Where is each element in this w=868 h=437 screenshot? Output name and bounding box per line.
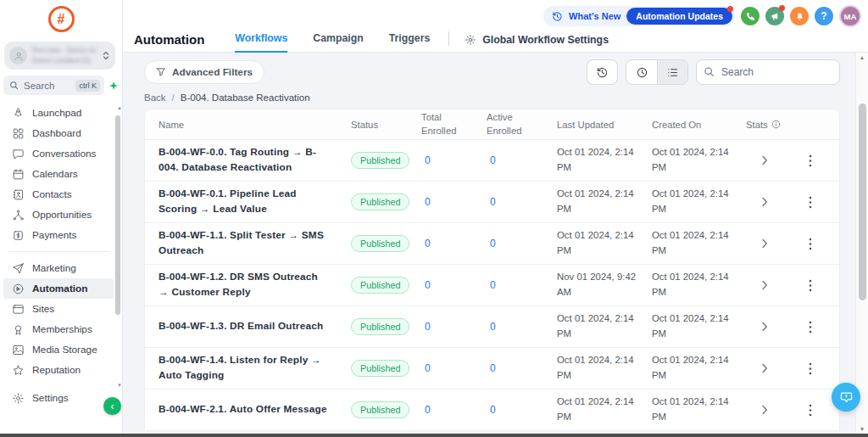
sidebar-item-launchpad[interactable]: Launchpad (0, 103, 117, 123)
stats-chevron-icon[interactable] (746, 322, 783, 332)
recent-view-button[interactable] (626, 60, 657, 84)
list-view-button[interactable] (657, 60, 687, 84)
scroll-down-icon[interactable]: ▼ (117, 383, 122, 388)
total-enrolled-link[interactable]: 0 (421, 321, 487, 333)
automation-updates-button[interactable]: Automation Updates (626, 8, 732, 25)
tab-triggers[interactable]: Triggers (389, 26, 431, 53)
page-scroll-thumb[interactable] (859, 104, 866, 300)
scroll-down-icon[interactable]: ▼ (856, 426, 868, 432)
active-enrolled-link[interactable]: 0 (487, 321, 557, 333)
sidebar-item-automation[interactable]: Automation (3, 278, 114, 299)
table-row[interactable]: B-004-WF-1.1. Split Tester → SMS Outreac… (145, 223, 839, 265)
last-updated-value: Nov 01 2024, 9:42 AM (557, 270, 652, 300)
sidebar-scroll-thumb[interactable] (115, 115, 120, 315)
row-menu-kebab-icon[interactable] (783, 362, 839, 375)
sidebar-item-label: Calendars (32, 168, 78, 180)
stats-chevron-icon[interactable] (746, 155, 783, 165)
row-menu-kebab-icon[interactable] (783, 404, 839, 417)
sidebar-item-dashboard[interactable]: Dashboard (0, 123, 117, 143)
row-menu-kebab-icon[interactable] (783, 238, 839, 250)
table-row[interactable]: B-004-WF-1.3. DR Email Outreach Publishe… (145, 306, 839, 348)
column-header-active-enrolled: Active Enrolled (487, 111, 532, 137)
stats-chevron-icon[interactable] (746, 280, 783, 290)
stats-chevron-icon[interactable] (746, 238, 783, 249)
stats-chevron-icon[interactable] (746, 197, 783, 207)
row-menu-kebab-icon[interactable] (783, 196, 839, 209)
megaphone-icon[interactable] (765, 7, 784, 25)
stats-chevron-icon[interactable] (746, 405, 783, 415)
stats-chevron-icon[interactable] (746, 363, 783, 373)
active-enrolled-link[interactable]: 0 (487, 238, 557, 249)
table-row[interactable]: B-004-WF-2.1. Auto Offer Message Publish… (145, 389, 839, 431)
sidebar-item-reputation[interactable]: Reputation (0, 360, 117, 380)
image-icon (12, 344, 25, 356)
table-row[interactable]: B-004-WF-0.1. Pipeline Lead Scoring → Le… (145, 182, 839, 223)
sidebar-scrollbar[interactable]: ▲ ▼ (115, 107, 121, 384)
sidebar-item-opportunities[interactable]: Opportunities (0, 204, 117, 225)
phone-icon[interactable] (741, 7, 760, 25)
sidebar-item-label: Sites (32, 303, 54, 315)
table-row[interactable]: B-004-WF-1.4. Listen for Reply → Auto Ta… (145, 348, 839, 389)
page-scrollbar[interactable]: ▲ ▼ (855, 53, 868, 434)
bell-icon[interactable] (790, 7, 809, 25)
advanced-filters-button[interactable]: Advanced Filters (144, 60, 264, 84)
header-actions-row: What's New Automation Updates ? (123, 0, 868, 26)
table-row[interactable]: B-004-WF-0.0. Tag Routing → B-004. Datab… (145, 140, 839, 182)
tab-workflows[interactable]: Workflows (235, 26, 287, 53)
account-switcher[interactable]: Pet Care - Demo Ac Demo Location 01 (4, 42, 115, 70)
last-updated-value: Oct 01 2024, 2:14 PM (557, 311, 652, 341)
status-badge: Published (351, 360, 409, 377)
sidebar-item-marketing[interactable]: Marketing (0, 258, 117, 278)
row-menu-kebab-icon[interactable] (783, 279, 839, 292)
sidebar-item-calendars[interactable]: Calendars (0, 164, 117, 184)
status-badge: Published (351, 318, 409, 335)
workflow-name: B-004-WF-1.2. DR SMS Outreach → Customer… (145, 270, 351, 300)
sidebar-item-settings[interactable]: Settings (0, 388, 117, 408)
sidebar-search-label: Search (24, 81, 75, 91)
breadcrumb-current: B-004. Database Reactivation (181, 92, 310, 103)
table-row[interactable]: B-004-WF-1.2. DR SMS Outreach → Customer… (145, 265, 839, 306)
last-updated-value: Oct 01 2024, 2:14 PM (557, 228, 652, 258)
history-button[interactable] (587, 59, 618, 85)
scroll-up-icon[interactable]: ▲ (117, 105, 122, 110)
support-chat-button[interactable] (832, 383, 860, 412)
created-on-value: Oct 01 2024, 2:14 PM (652, 395, 746, 424)
sidebar-item-sites[interactable]: Sites (0, 299, 117, 319)
sidebar-search-input[interactable]: Search ctrl K (3, 76, 104, 95)
tab-campaign[interactable]: Campaign (313, 26, 363, 53)
active-enrolled-link[interactable]: 0 (487, 196, 557, 208)
total-enrolled-link[interactable]: 0 (421, 362, 487, 374)
total-enrolled-link[interactable]: 0 (421, 279, 487, 291)
help-icon[interactable]: ? (815, 7, 833, 25)
sidebar-item-memberships[interactable]: Memberships (0, 319, 117, 339)
sidebar-collapse-button[interactable]: ‹ (103, 397, 121, 415)
total-enrolled-link[interactable]: 0 (421, 238, 487, 249)
search-input[interactable] (696, 59, 840, 85)
total-enrolled-link[interactable]: 0 (421, 154, 487, 166)
view-toggle (626, 59, 688, 85)
tabs-divider (448, 31, 449, 46)
active-enrolled-link[interactable]: 0 (487, 404, 557, 416)
whats-new-button[interactable]: What's New Automation Updates (543, 6, 735, 26)
tabs: Workflows Campaign Triggers (235, 26, 430, 53)
dashboard-grid-icon (12, 127, 25, 140)
sidebar-item-conversations[interactable]: Conversations (0, 143, 117, 164)
last-updated-value: Oct 01 2024, 2:14 PM (557, 145, 652, 175)
sidebar-item-payments[interactable]: Payments (0, 225, 117, 245)
total-enrolled-link[interactable]: 0 (421, 196, 487, 208)
scroll-up-icon[interactable]: ▲ (856, 54, 868, 60)
ai-sparkle-icon[interactable] (108, 81, 119, 91)
active-enrolled-link[interactable]: 0 (487, 154, 557, 166)
column-header-last-updated: Last Updated (557, 120, 652, 130)
active-enrolled-link[interactable]: 0 (487, 279, 557, 291)
status-badge: Published (351, 152, 409, 169)
row-menu-kebab-icon[interactable] (783, 321, 839, 333)
global-workflow-settings-button[interactable]: Global Workflow Settings (465, 26, 609, 53)
breadcrumb-back-link[interactable]: Back (144, 92, 166, 103)
user-avatar[interactable]: MA (841, 7, 860, 25)
total-enrolled-link[interactable]: 0 (421, 404, 487, 416)
sidebar-item-contacts[interactable]: Contacts (0, 184, 117, 204)
active-enrolled-link[interactable]: 0 (487, 362, 557, 374)
row-menu-kebab-icon[interactable] (783, 154, 839, 167)
sidebar-item-media-storage[interactable]: Media Storage (0, 339, 117, 360)
